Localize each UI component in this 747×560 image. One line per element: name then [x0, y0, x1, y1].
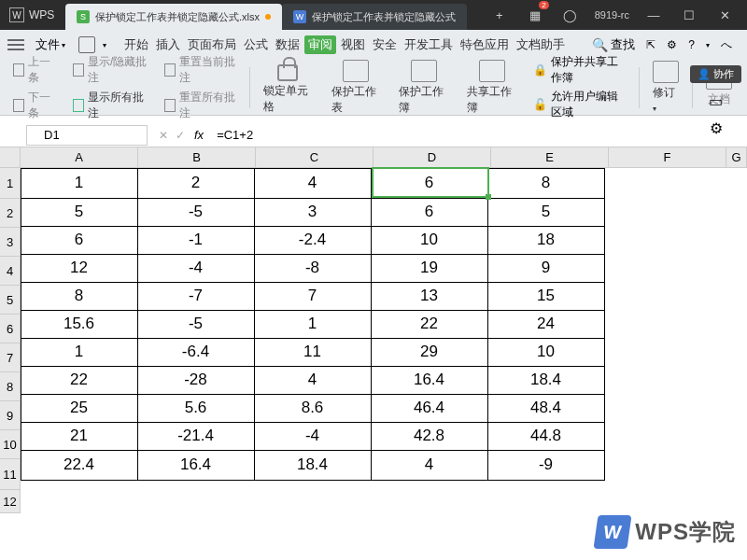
- cell[interactable]: 15.6: [21, 310, 138, 339]
- row-header[interactable]: 8: [0, 372, 21, 401]
- menu-dochelper[interactable]: 文档助手: [514, 36, 568, 53]
- minimize-button[interactable]: —: [642, 4, 665, 26]
- row-header[interactable]: 11: [0, 459, 21, 490]
- cell[interactable]: -21.4: [137, 422, 255, 451]
- cell[interactable]: 8: [21, 282, 138, 311]
- cell[interactable]: 44.8: [487, 422, 605, 451]
- save-dropdown[interactable]: ▾: [103, 41, 106, 49]
- col-header[interactable]: A: [21, 147, 138, 168]
- cell[interactable]: 48.4: [487, 394, 605, 423]
- col-header[interactable]: C: [256, 147, 374, 168]
- row-header[interactable]: 9: [0, 401, 21, 430]
- lock-cell-button[interactable]: 锁定单元格: [256, 61, 320, 115]
- cell[interactable]: 9: [487, 254, 605, 283]
- cell[interactable]: 18: [487, 226, 605, 255]
- cell[interactable]: 11: [254, 338, 372, 367]
- row-header[interactable]: 12: [0, 490, 21, 513]
- cell[interactable]: 22: [21, 366, 138, 395]
- settings-side-icon[interactable]: ⚙: [710, 119, 723, 137]
- cell[interactable]: -7: [137, 282, 255, 311]
- maximize-button[interactable]: ☐: [678, 4, 700, 26]
- menu-review[interactable]: 审阅: [304, 35, 336, 54]
- accept-formula-icon[interactable]: ✓: [176, 129, 185, 142]
- tab-add-button[interactable]: +: [488, 4, 511, 26]
- cell[interactable]: 6: [371, 168, 488, 199]
- cell[interactable]: 18.4: [254, 450, 372, 481]
- cell[interactable]: -28: [137, 366, 255, 395]
- cell[interactable]: 13: [371, 282, 488, 311]
- row-header[interactable]: 4: [0, 257, 21, 286]
- protect-sheet-button[interactable]: 保护工作表: [324, 60, 388, 116]
- cell[interactable]: -8: [254, 254, 372, 283]
- cell[interactable]: -2.4: [254, 226, 372, 255]
- cell[interactable]: 4: [254, 168, 372, 199]
- row-header[interactable]: 7: [0, 343, 21, 372]
- menu-special[interactable]: 特色应用: [458, 36, 512, 53]
- menu-view[interactable]: 视图: [338, 36, 368, 53]
- cell[interactable]: -4: [254, 422, 372, 451]
- col-header[interactable]: F: [609, 147, 726, 168]
- cell[interactable]: -5: [137, 310, 255, 339]
- cell[interactable]: 6: [371, 198, 488, 227]
- cell[interactable]: 2: [137, 168, 255, 199]
- close-button[interactable]: ✕: [713, 4, 736, 26]
- cell[interactable]: 24: [487, 310, 605, 339]
- menu-security[interactable]: 安全: [370, 36, 400, 53]
- cell[interactable]: 22.4: [21, 450, 138, 481]
- col-header[interactable]: G: [726, 147, 747, 168]
- cell[interactable]: 16.4: [137, 450, 255, 481]
- cell[interactable]: 5: [21, 198, 138, 227]
- share-icon[interactable]: ⇱: [646, 38, 655, 51]
- cell[interactable]: 10: [487, 338, 605, 367]
- row-header[interactable]: 5: [0, 286, 21, 315]
- cell[interactable]: -9: [487, 450, 605, 481]
- fx-icon[interactable]: fx: [194, 128, 204, 142]
- cell[interactable]: 4: [371, 450, 488, 481]
- cell[interactable]: 1: [21, 168, 138, 199]
- cell[interactable]: -6.4: [137, 338, 255, 367]
- cell[interactable]: 8: [487, 168, 605, 199]
- cell[interactable]: 1: [254, 310, 372, 339]
- menu-start[interactable]: 开始: [121, 36, 151, 53]
- cell[interactable]: 46.4: [371, 394, 488, 423]
- cell[interactable]: 1: [21, 338, 138, 367]
- allow-edit-button[interactable]: 🔓允许用户编辑区域: [533, 89, 627, 120]
- showall-comment-button[interactable]: 显示所有批注: [73, 90, 149, 121]
- settings-icon[interactable]: ⚙: [667, 38, 677, 51]
- cell[interactable]: 25: [21, 394, 138, 423]
- row-header[interactable]: 10: [0, 430, 21, 459]
- cell[interactable]: -4: [137, 254, 255, 283]
- tab-file-1[interactable]: S保护锁定工作表并锁定隐藏公式.xlsx: [65, 4, 282, 30]
- apps-icon[interactable]: ▦: [524, 4, 546, 26]
- cell[interactable]: 29: [371, 338, 488, 367]
- name-box[interactable]: D1: [26, 125, 148, 146]
- select-all-corner[interactable]: [0, 147, 21, 168]
- share-book-button[interactable]: 共享工作簿: [459, 60, 524, 116]
- cell[interactable]: -1: [137, 226, 255, 255]
- row-header[interactable]: 3: [0, 228, 21, 257]
- menu-data[interactable]: 数据: [273, 36, 303, 53]
- cell[interactable]: 3: [254, 198, 372, 227]
- cell[interactable]: 18.4: [487, 366, 605, 395]
- cell[interactable]: 19: [371, 254, 488, 283]
- collapse-ribbon-icon[interactable]: へ: [721, 37, 732, 53]
- cell[interactable]: 8.6: [254, 394, 372, 423]
- collab-button[interactable]: 👤协作: [690, 65, 741, 83]
- search-button[interactable]: 🔍查找: [592, 36, 635, 53]
- cell[interactable]: 22: [371, 310, 488, 339]
- row-header[interactable]: 2: [0, 199, 21, 228]
- protect-share-button[interactable]: 🔒保护并共享工作簿: [533, 54, 627, 86]
- cell[interactable]: -5: [137, 198, 255, 227]
- cell[interactable]: 4: [254, 366, 372, 395]
- col-header[interactable]: B: [138, 147, 256, 168]
- cell[interactable]: 5: [487, 198, 605, 227]
- cell[interactable]: 10: [371, 226, 488, 255]
- menu-formula[interactable]: 公式: [241, 36, 271, 53]
- menu-dev[interactable]: 开发工具: [402, 36, 456, 53]
- cell[interactable]: 6: [21, 226, 138, 255]
- select-tool-icon[interactable]: ▭: [709, 92, 723, 110]
- user-avatar[interactable]: ◯: [559, 4, 582, 26]
- row-header[interactable]: 1: [0, 168, 21, 199]
- cell[interactable]: 12: [21, 254, 138, 283]
- cell[interactable]: 7: [254, 282, 372, 311]
